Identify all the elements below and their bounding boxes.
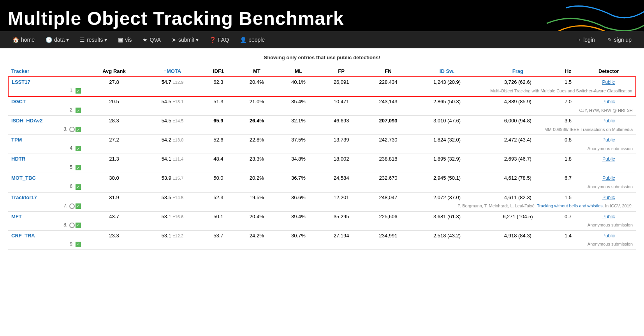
results-table: Tracker Avg Rank ↑MOTA IDF1 MT ML FP FN … bbox=[8, 66, 636, 250]
avg-rank-cell: 31.9 bbox=[84, 192, 144, 202]
tracker-link[interactable]: TPM bbox=[11, 137, 22, 143]
fp-cell: 46,693 bbox=[319, 116, 363, 126]
detector-cell: Public bbox=[582, 96, 636, 106]
tracker-cell: MOT_TBC bbox=[8, 173, 84, 183]
detector-link[interactable]: Public bbox=[602, 214, 615, 219]
mt-cell: 23.3% bbox=[236, 154, 278, 164]
fp-cell: 26,091 bbox=[319, 77, 363, 87]
idf1-cell: 50.0 bbox=[201, 173, 236, 183]
mt-cell: 20.2% bbox=[236, 173, 278, 183]
avg-rank-cell: 23.3 bbox=[84, 230, 144, 241]
col-idf1: IDF1 bbox=[201, 66, 236, 77]
check-badge: ✓ bbox=[76, 127, 81, 132]
rank-cell: 3. ✓ bbox=[8, 126, 84, 135]
hz-cell: 0.8 bbox=[555, 135, 582, 145]
detector-link[interactable]: Public bbox=[602, 175, 615, 181]
mt-cell: 22.8% bbox=[236, 135, 278, 145]
mota-cell: 54.5 ±13.1 bbox=[144, 96, 201, 106]
mt-cell: 20.4% bbox=[236, 211, 278, 221]
detector-link[interactable]: Public bbox=[602, 195, 615, 200]
mota-cell: 53.1 ±16.6 bbox=[144, 211, 201, 221]
nav-results[interactable]: ☰ results ▾ bbox=[75, 34, 112, 45]
mota-cell: 54.7 ±12.9 bbox=[144, 77, 201, 87]
detector-link[interactable]: Public bbox=[602, 118, 615, 124]
idf1-cell: 51.3 bbox=[201, 96, 236, 106]
nav-login[interactable]: → login bbox=[571, 34, 600, 45]
tracker-link[interactable]: CRF_TRA bbox=[11, 233, 35, 239]
sub-text-cell: Anonymous submission bbox=[84, 241, 636, 250]
check-badge: ✓ bbox=[76, 203, 81, 209]
submit-icon: ➤ bbox=[172, 37, 176, 43]
col-tracker[interactable]: Tracker bbox=[8, 66, 84, 77]
idf1-cell: 48.4 bbox=[201, 154, 236, 164]
col-fn: FN bbox=[363, 66, 413, 77]
tracker-link[interactable]: LSST17 bbox=[12, 79, 30, 85]
nav-qva[interactable]: ★ QVA bbox=[138, 34, 165, 45]
ml-cell: 36.7% bbox=[278, 173, 319, 183]
nav-faq[interactable]: ❓ FAQ bbox=[205, 34, 234, 45]
table-sub-row: 1. ✓Multi-Object Tracking with Multiple … bbox=[8, 87, 636, 96]
col-ml: ML bbox=[278, 66, 319, 77]
col-mota[interactable]: ↑MOTA bbox=[144, 66, 201, 77]
detector-link[interactable]: Public bbox=[602, 99, 615, 104]
idf1-cell: 65.9 bbox=[201, 116, 236, 126]
nav-right: → login ✎ sign up bbox=[571, 34, 636, 45]
nav-submit[interactable]: ➤ submit ▾ bbox=[167, 34, 203, 45]
avg-rank-cell: 30.0 bbox=[84, 173, 144, 183]
detector-cell: Public bbox=[582, 116, 636, 126]
results-icon: ☰ bbox=[80, 37, 85, 43]
mt-cell: 20.4% bbox=[236, 77, 278, 87]
col-id-sw[interactable]: ID Sw. bbox=[413, 66, 481, 77]
table-sub-row: 7. ✓P. Bergmann, T. Meinhardt, L. Leal-T… bbox=[8, 202, 636, 212]
star-icon: ★ bbox=[143, 37, 148, 43]
nav-data[interactable]: 🕐 data ▾ bbox=[41, 34, 74, 45]
tracker-link[interactable]: ISDH_HDAv2 bbox=[11, 118, 42, 124]
avg-rank-cell: 28.3 bbox=[84, 116, 144, 126]
ml-cell: 30.7% bbox=[278, 230, 319, 241]
id-sw-cell: 1,243 (20.9) bbox=[413, 77, 481, 87]
nav-signup[interactable]: ✎ sign up bbox=[603, 34, 636, 45]
circle-badge bbox=[69, 203, 75, 209]
frag-cell: 3,726 (62.6) bbox=[481, 77, 554, 87]
rank-cell: 8. ✓ bbox=[8, 221, 84, 231]
detector-link[interactable]: Public bbox=[602, 233, 615, 239]
mota-cell: 54.1 ±11.4 bbox=[144, 154, 201, 164]
nav-home[interactable]: 🏠 home bbox=[8, 34, 39, 45]
mota-cell: 53.1 ±12.2 bbox=[144, 230, 201, 241]
rank-cell: 4. ✓ bbox=[8, 145, 84, 154]
col-avg-rank: Avg Rank bbox=[84, 66, 144, 77]
col-hz: Hz bbox=[555, 66, 582, 77]
frag-cell: 6,000 (94.8) bbox=[481, 116, 554, 126]
ml-cell: 34.8% bbox=[278, 154, 319, 164]
table-row: CRF_TRA23.353.1 ±12.253.724.2%30.7%27,19… bbox=[8, 230, 636, 241]
ml-cell: 35.4% bbox=[278, 96, 319, 106]
nav-vis[interactable]: ▣ vis bbox=[113, 34, 136, 45]
mota-cell: 53.5 ±14.5 bbox=[144, 192, 201, 202]
tracker-link[interactable]: MFT bbox=[11, 214, 22, 219]
tracker-cell: ISDH_HDAv2 bbox=[8, 116, 84, 126]
tracker-link[interactable]: DGCT bbox=[11, 99, 26, 104]
fn-cell: 238,818 bbox=[363, 154, 413, 164]
col-frag[interactable]: Frag bbox=[481, 66, 554, 77]
detector-link[interactable]: Public bbox=[602, 156, 615, 162]
frag-cell: 2,693 (46.7) bbox=[481, 154, 554, 164]
login-icon: → bbox=[576, 37, 581, 43]
fn-cell: 207,093 bbox=[363, 116, 413, 126]
nav-people[interactable]: 👤 people bbox=[235, 34, 269, 45]
header-decoration bbox=[488, 0, 644, 31]
fp-cell: 27,194 bbox=[319, 230, 363, 241]
id-sw-cell: 1,824 (32.0) bbox=[413, 135, 481, 145]
tracker-cell: DGCT bbox=[8, 96, 84, 106]
tracker-link[interactable]: MOT_TBC bbox=[11, 175, 36, 181]
mt-cell: 21.0% bbox=[236, 96, 278, 106]
tracker-link[interactable]: Tracktor17 bbox=[11, 195, 37, 200]
tracker-link[interactable]: HDTR bbox=[11, 156, 25, 162]
signup-icon: ✎ bbox=[607, 37, 612, 43]
ml-cell: 36.6% bbox=[278, 192, 319, 202]
detector-link[interactable]: Public bbox=[602, 80, 615, 85]
fn-cell: 225,606 bbox=[363, 211, 413, 221]
data-icon: 🕐 bbox=[46, 37, 52, 43]
avg-rank-cell: 27.8 bbox=[84, 77, 144, 87]
detector-link[interactable]: Public bbox=[602, 137, 615, 143]
sub-paper-link[interactable]: Tracking without bells and whistles bbox=[537, 203, 603, 208]
